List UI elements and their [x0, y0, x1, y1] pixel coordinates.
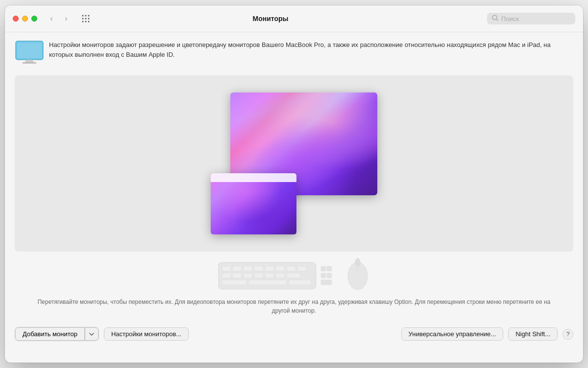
- svg-point-41: [355, 258, 360, 266]
- chevron-down-icon: [89, 333, 94, 336]
- traffic-lights: [13, 16, 37, 22]
- help-description: Перетягивайте мониторы, чтобы переместит…: [15, 298, 573, 315]
- keyboard-area: [15, 252, 573, 298]
- svg-rect-24: [222, 273, 231, 278]
- svg-rect-18: [244, 266, 252, 271]
- svg-line-10: [496, 19, 498, 21]
- mouse-icon: [345, 257, 370, 292]
- svg-rect-13: [25, 60, 33, 62]
- info-row: Настройки мониторов задают разрешение и …: [15, 40, 573, 68]
- bottom-bar: Добавить монитор Настройки мониторов... …: [15, 323, 573, 345]
- svg-rect-26: [244, 273, 252, 278]
- info-description: Настройки мониторов задают разрешение и …: [49, 40, 573, 59]
- menu-bar-simulation: [211, 173, 296, 182]
- svg-rect-25: [233, 273, 242, 278]
- display-icon: [15, 40, 44, 67]
- keyboard-icon: [218, 257, 336, 292]
- svg-rect-37: [327, 273, 332, 278]
- svg-rect-14: [23, 62, 36, 64]
- search-bar[interactable]: [487, 13, 575, 24]
- svg-rect-33: [289, 280, 311, 285]
- maximize-button[interactable]: [31, 16, 37, 22]
- svg-rect-29: [276, 273, 285, 278]
- add-monitor-button[interactable]: Добавить монитор: [15, 327, 85, 341]
- svg-rect-36: [321, 273, 326, 278]
- search-input[interactable]: [501, 15, 565, 23]
- svg-rect-30: [287, 273, 300, 278]
- svg-rect-21: [276, 266, 285, 271]
- svg-rect-16: [222, 266, 231, 271]
- secondary-monitor[interactable]: [211, 173, 296, 234]
- search-icon: [492, 15, 498, 23]
- monitor-icon: [15, 40, 42, 68]
- titlebar: ‹ › Мониторы: [5, 5, 583, 32]
- svg-rect-38: [321, 280, 332, 285]
- close-button[interactable]: [13, 16, 19, 22]
- secondary-monitor-wallpaper: [211, 173, 296, 234]
- minimize-button[interactable]: [22, 16, 28, 22]
- help-button[interactable]: ?: [563, 329, 573, 340]
- svg-rect-32: [248, 280, 287, 285]
- monitor-display-area: [15, 75, 573, 252]
- svg-rect-12: [17, 43, 42, 58]
- svg-rect-35: [327, 266, 332, 271]
- svg-rect-20: [265, 266, 274, 271]
- svg-rect-17: [233, 266, 242, 271]
- system-preferences-window: ‹ › Мониторы: [5, 5, 583, 363]
- back-button[interactable]: ‹: [45, 12, 58, 25]
- add-monitor-dropdown[interactable]: [85, 327, 98, 341]
- content-area: Настройки мониторов задают разрешение и …: [5, 32, 583, 363]
- svg-rect-19: [254, 266, 263, 271]
- svg-rect-27: [254, 273, 263, 278]
- svg-rect-31: [222, 280, 246, 285]
- svg-rect-23: [297, 266, 306, 271]
- night-shift-button[interactable]: Night Shift...: [508, 327, 558, 341]
- monitor-settings-button[interactable]: Настройки мониторов...: [104, 327, 189, 341]
- svg-rect-28: [265, 273, 274, 278]
- svg-rect-22: [287, 266, 295, 271]
- universal-control-button[interactable]: Универсальное управление...: [401, 327, 504, 341]
- window-title: Мониторы: [60, 15, 481, 23]
- svg-rect-34: [321, 266, 326, 271]
- monitors-wrapper: [211, 92, 377, 234]
